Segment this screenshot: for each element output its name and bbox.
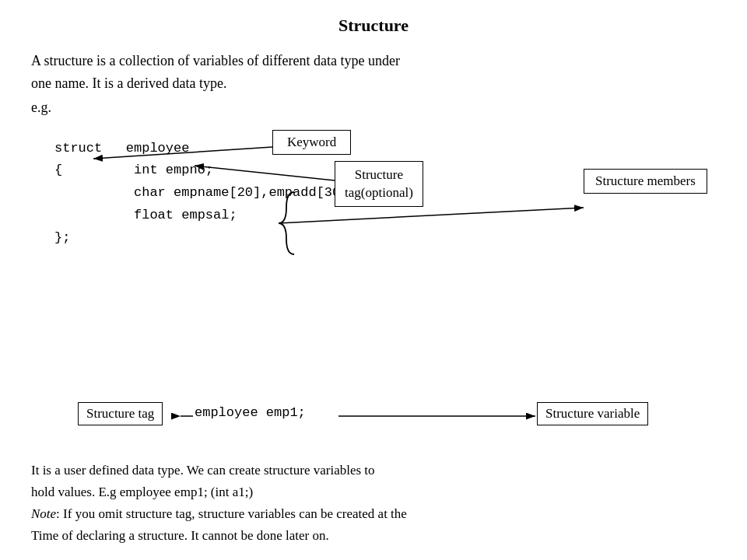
members-box: Structure members <box>584 169 707 194</box>
tag-box: Structuretag(optional) <box>335 161 423 208</box>
page-title: Structure <box>31 16 716 36</box>
intro-paragraph: A structure is a collection of variables… <box>31 50 716 95</box>
keyword-box: Keyword <box>272 130 351 155</box>
diagram-section: struct employee { int empno; char empnam… <box>31 122 716 371</box>
eg-label: e.g. <box>31 100 716 116</box>
annotation-section: Structure tag employee emp1; Structure v… <box>31 394 716 441</box>
struct-tag-box: Structure tag <box>78 402 163 425</box>
struct-var-box: Structure variable <box>537 402 648 425</box>
note-italic: Note <box>31 506 56 521</box>
emp1-text: employee emp1; <box>195 405 306 420</box>
bottom-text: It is a user defined data type. We can c… <box>31 460 716 547</box>
